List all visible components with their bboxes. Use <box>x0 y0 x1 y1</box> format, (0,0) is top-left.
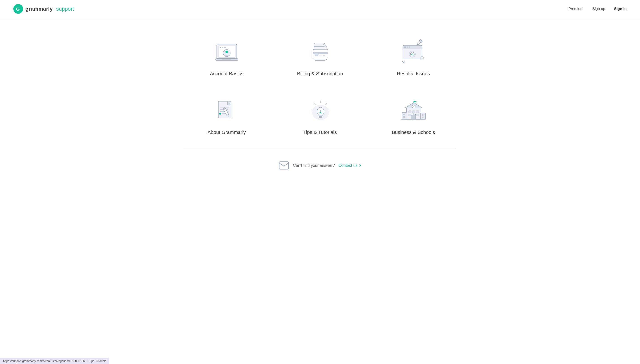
logo-link[interactable]: G grammarly support <box>13 4 74 14</box>
svg-line-45 <box>314 103 316 104</box>
svg-rect-33 <box>423 58 424 58</box>
svg-point-20 <box>407 46 408 48</box>
credit-card-icon <box>307 40 334 65</box>
svg-rect-72 <box>279 162 288 169</box>
svg-rect-60 <box>412 110 415 113</box>
svg-rect-62 <box>409 114 411 116</box>
category-card-tips[interactable]: Tips & Tutorials <box>278 94 362 140</box>
svg-rect-18 <box>403 47 422 49</box>
lightbulb-icon <box>307 99 334 123</box>
logo-text-grammarly: grammarly <box>25 6 53 12</box>
category-card-billing[interactable]: Billing & Subscription <box>278 36 362 81</box>
svg-rect-30 <box>422 56 422 57</box>
status-url: https://support.grammarly.com/hc/en-us/c… <box>3 359 106 363</box>
svg-rect-35 <box>220 106 229 108</box>
svg-point-4 <box>222 47 223 48</box>
svg-point-7 <box>225 51 228 53</box>
svg-rect-9 <box>222 59 231 60</box>
top-nav: Premium Sign up Sign in <box>568 7 627 11</box>
wrench-browser-icon: G <box>400 40 427 65</box>
category-card-account-basics[interactable]: Account Basics <box>184 36 269 81</box>
laptop-user-icon <box>213 40 240 65</box>
main-content: Account Basics <box>176 18 465 198</box>
footer-contact-area: Can't find your answer? Contact us <box>184 160 456 180</box>
svg-marker-55 <box>414 101 417 102</box>
categories-grid: Account Basics <box>184 36 456 140</box>
chevron-right-icon <box>359 164 362 167</box>
category-card-resolve-issues[interactable]: G <box>371 36 456 81</box>
svg-rect-31 <box>422 60 422 60</box>
svg-point-21 <box>409 46 410 48</box>
svg-point-19 <box>404 46 406 48</box>
svg-line-46 <box>326 103 327 104</box>
svg-rect-61 <box>416 110 419 113</box>
svg-text:G: G <box>411 53 413 56</box>
svg-rect-67 <box>403 116 405 118</box>
building-icon <box>400 99 427 123</box>
svg-rect-59 <box>409 110 411 113</box>
svg-rect-15 <box>315 53 318 56</box>
document-pen-icon <box>213 99 240 123</box>
signin-link[interactable]: Sign in <box>614 7 627 11</box>
svg-point-38 <box>219 113 221 114</box>
logo-text-support: support <box>56 6 74 12</box>
resolve-issues-label: Resolve Issues <box>397 71 430 76</box>
site-header: G grammarly support Premium Sign up Sign… <box>0 0 640 18</box>
svg-rect-70 <box>422 116 424 118</box>
business-label: Business & Schools <box>392 130 435 135</box>
svg-rect-68 <box>421 113 426 120</box>
svg-rect-12 <box>315 56 318 56</box>
svg-rect-14 <box>323 56 325 56</box>
svg-rect-49 <box>319 115 322 116</box>
svg-point-3 <box>220 47 221 48</box>
logo-icon: G <box>13 4 23 14</box>
cant-find-text: Can't find your answer? <box>293 163 335 168</box>
contact-us-label: Contact us <box>338 163 358 168</box>
svg-rect-50 <box>319 116 322 118</box>
svg-text:G: G <box>16 6 20 12</box>
svg-rect-66 <box>403 114 405 115</box>
premium-link[interactable]: Premium <box>568 7 583 11</box>
billing-label: Billing & Subscription <box>297 71 343 76</box>
svg-rect-64 <box>412 114 416 120</box>
svg-rect-63 <box>416 114 419 116</box>
svg-rect-13 <box>319 56 322 56</box>
contact-us-link[interactable]: Contact us <box>338 163 362 168</box>
account-basics-label: Account Basics <box>210 71 243 76</box>
footer-divider <box>184 148 456 149</box>
signup-link[interactable]: Sign up <box>592 7 605 11</box>
svg-point-29 <box>421 58 423 59</box>
tips-label: Tips & Tutorials <box>303 130 337 135</box>
svg-point-5 <box>224 47 226 48</box>
category-card-business[interactable]: Business & Schools <box>371 94 456 140</box>
svg-rect-69 <box>422 114 424 116</box>
svg-rect-65 <box>402 112 407 120</box>
status-bar: https://support.grammarly.com/hc/en-us/c… <box>0 358 109 364</box>
category-card-about[interactable]: About Grammarly <box>184 94 269 140</box>
mail-icon <box>278 160 289 171</box>
about-grammarly-label: About Grammarly <box>207 130 246 135</box>
svg-rect-32 <box>420 58 421 58</box>
